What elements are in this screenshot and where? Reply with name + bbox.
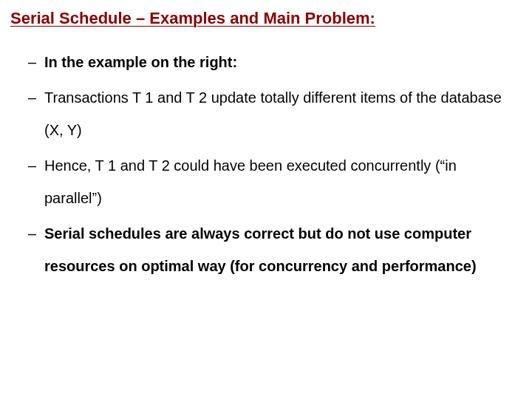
list-item: Transactions T 1 and T 2 update totally … xyxy=(31,81,517,146)
list-item: Serial schedules are always correct but … xyxy=(31,217,517,282)
bullet-list: In the example on the right: Transaction… xyxy=(10,46,517,282)
slide: Serial Schedule – Examples and Main Prob… xyxy=(0,0,532,399)
slide-title: Serial Schedule – Examples and Main Prob… xyxy=(10,9,517,28)
bullet-text: Serial schedules are always correct but … xyxy=(44,225,477,274)
bullet-text: Transactions T 1 and T 2 update totally … xyxy=(44,89,502,138)
list-item: Hence, T 1 and T 2 could have been execu… xyxy=(31,149,517,214)
bullet-text: Hence, T 1 and T 2 could have been execu… xyxy=(44,157,457,206)
list-item: In the example on the right: xyxy=(31,46,517,78)
bullet-text: In the example on the right: xyxy=(44,54,237,70)
